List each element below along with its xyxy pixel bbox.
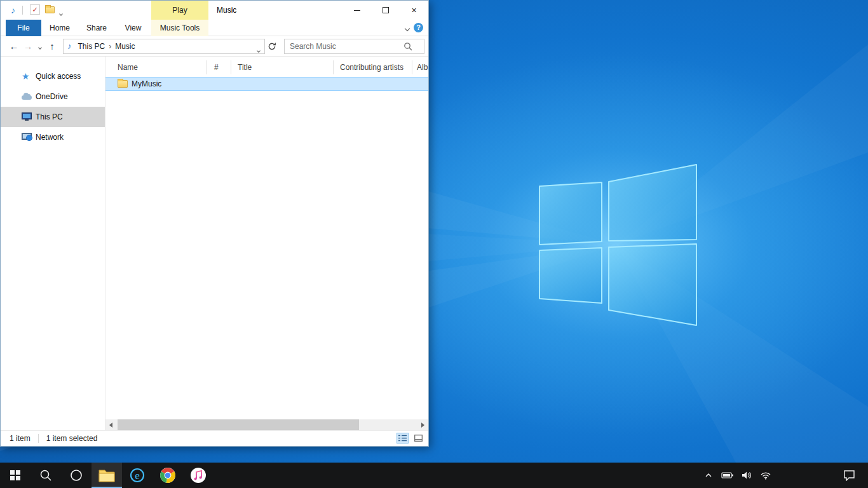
- taskbar-search-button[interactable]: [31, 463, 61, 488]
- titlebar[interactable]: ♪ ✓ Play Music ×: [1, 1, 428, 20]
- maximize-icon: [383, 7, 389, 13]
- customize-quick-access-toolbar-icon[interactable]: [60, 8, 62, 17]
- tab-share[interactable]: Share: [78, 20, 115, 36]
- internet-explorer-icon: e: [129, 467, 146, 484]
- wifi-icon[interactable]: [759, 463, 773, 488]
- desktop: ♪ ✓ Play Music × File Home Share View Mu…: [0, 0, 868, 488]
- large-icons-view-button[interactable]: [412, 433, 424, 444]
- address-bar[interactable]: ♪ This PC › Music: [63, 39, 265, 54]
- tab-file[interactable]: File: [6, 20, 41, 36]
- hidden-icons-chevron-icon[interactable]: [702, 463, 715, 488]
- chevron-down-icon: [257, 49, 261, 53]
- column-label: #: [214, 63, 219, 72]
- address-dropdown-icon[interactable]: [257, 45, 260, 54]
- breadcrumb-music[interactable]: Music: [112, 42, 137, 51]
- contextual-tab-play[interactable]: Play: [151, 1, 208, 20]
- file-explorer-icon: [98, 468, 115, 482]
- chrome-icon: [159, 467, 176, 484]
- itunes-icon: [190, 467, 207, 484]
- taskbar-chrome-button[interactable]: [153, 463, 183, 488]
- column-label: Name: [118, 63, 138, 72]
- column-header-title[interactable]: Title: [231, 60, 334, 74]
- action-center-button[interactable]: [835, 463, 863, 488]
- breadcrumb-separator-icon: ›: [107, 42, 112, 51]
- app-music-icon: ♪: [11, 1, 15, 20]
- column-label: Contributing artists: [340, 63, 403, 72]
- column-header-contributing-artists[interactable]: Contributing artists: [334, 60, 412, 74]
- file-explorer-window: ♪ ✓ Play Music × File Home Share View Mu…: [0, 0, 429, 447]
- sidebar-item-quick-access[interactable]: ★ Quick access: [1, 66, 105, 86]
- chevron-down-icon: [59, 12, 63, 16]
- details-view-button[interactable]: [397, 433, 409, 444]
- breadcrumb-this-pc[interactable]: This PC: [76, 42, 108, 51]
- cortana-circle-icon: [70, 469, 83, 482]
- minimize-button[interactable]: [342, 1, 371, 20]
- close-button[interactable]: ×: [400, 1, 428, 20]
- tab-home[interactable]: Home: [41, 20, 78, 36]
- search-icon[interactable]: [403, 42, 412, 53]
- status-bar: 1 item 1 item selected: [1, 430, 428, 445]
- folder-glyph-icon: [45, 6, 55, 13]
- sidebar-item-network[interactable]: Network: [1, 127, 105, 147]
- taskbar-itunes-button[interactable]: [183, 463, 214, 488]
- properties-icon[interactable]: ✓: [30, 4, 40, 15]
- cloud-icon: [22, 95, 32, 100]
- star-icon: ★: [22, 71, 32, 81]
- triangle-right-icon: [421, 423, 424, 428]
- new-folder-icon[interactable]: [45, 6, 55, 13]
- ribbon-tab-bar: File Home Share View Music Tools ?: [1, 20, 428, 36]
- file-list[interactable]: MyMusic: [105, 74, 428, 419]
- search-box[interactable]: [284, 39, 424, 54]
- sidebar-item-this-pc[interactable]: This PC: [1, 107, 105, 127]
- window-title: Music: [217, 1, 236, 20]
- svg-text:e: e: [135, 470, 140, 482]
- up-button[interactable]: ↑: [45, 41, 59, 51]
- expand-ribbon-icon[interactable]: [405, 24, 409, 32]
- tab-view[interactable]: View: [115, 20, 151, 36]
- status-separator: [38, 434, 39, 443]
- column-header-number[interactable]: #: [207, 60, 231, 74]
- back-button[interactable]: ←: [7, 41, 21, 51]
- quick-access-toolbar-separator: [22, 6, 23, 15]
- scroll-right-icon[interactable]: [417, 419, 428, 430]
- battery-icon[interactable]: [721, 463, 735, 488]
- column-headers: Name # Title Contributing artists Alb: [105, 57, 428, 74]
- address-music-icon: ♪: [67, 41, 72, 51]
- column-header-name[interactable]: Name: [105, 60, 207, 74]
- scroll-left-icon[interactable]: [105, 419, 116, 430]
- volume-icon[interactable]: [740, 463, 754, 488]
- folder-icon: [118, 80, 128, 88]
- sidebar-item-label: Network: [36, 133, 64, 142]
- cortana-button[interactable]: [61, 463, 92, 488]
- selection-count: 1 item selected: [46, 434, 98, 443]
- tab-music-tools[interactable]: Music Tools: [151, 20, 208, 36]
- chevron-down-icon: [405, 26, 410, 31]
- monitor-icon: [22, 112, 32, 119]
- horizontal-scrollbar[interactable]: [105, 419, 428, 430]
- help-icon[interactable]: ?: [414, 23, 423, 32]
- taskbar: e: [0, 463, 868, 488]
- taskbar-internet-explorer-button[interactable]: e: [122, 463, 153, 488]
- explorer-body: ★ Quick access OneDrive This PC Network: [1, 57, 428, 430]
- network-icon: [22, 133, 32, 140]
- sidebar-item-label: Quick access: [36, 72, 81, 81]
- maximize-button[interactable]: [371, 1, 400, 20]
- minimize-icon: [354, 10, 360, 11]
- start-button[interactable]: [0, 463, 31, 488]
- file-list-pane[interactable]: Name # Title Contributing artists Alb: [105, 57, 428, 430]
- file-row-mymusic[interactable]: MyMusic: [105, 77, 428, 91]
- column-label: Title: [238, 63, 252, 72]
- sidebar-item-onedrive[interactable]: OneDrive: [1, 86, 105, 107]
- forward-button[interactable]: →: [21, 41, 35, 51]
- scrollbar-thumb[interactable]: [118, 419, 359, 430]
- recent-locations-dropdown-icon[interactable]: [35, 42, 45, 51]
- chevron-down-icon: [38, 46, 42, 50]
- sidebar-item-label: OneDrive: [36, 92, 68, 101]
- window-controls: ×: [342, 1, 428, 20]
- refresh-icon[interactable]: [265, 39, 279, 54]
- column-header-album[interactable]: Alb: [412, 60, 428, 74]
- taskbar-file-explorer-button[interactable]: [92, 463, 122, 488]
- sidebar: ★ Quick access OneDrive This PC Network: [1, 57, 105, 430]
- windows-logo-icon: [10, 470, 20, 480]
- navigation-bar: ← → ↑ ♪ This PC › Music: [1, 36, 428, 57]
